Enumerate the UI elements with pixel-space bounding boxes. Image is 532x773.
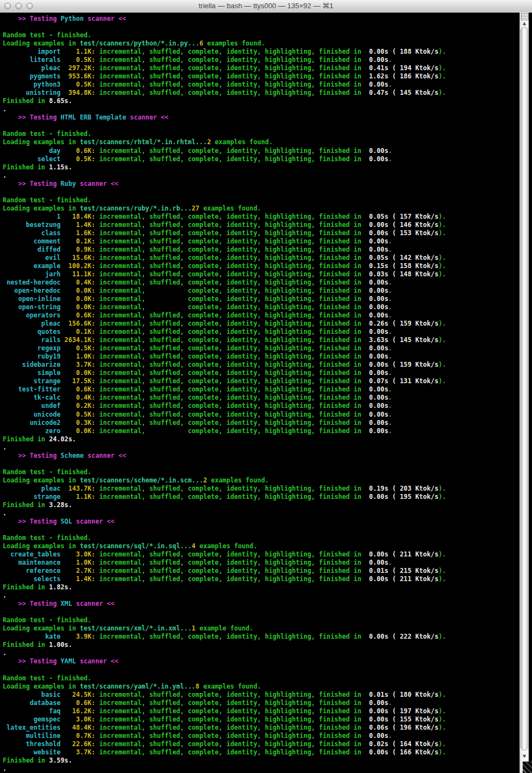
scroll-down-arrow-icon[interactable]: ▼ [520,753,529,760]
text-segment-g: . [388,328,392,336]
text-segment-g: ). [438,262,446,270]
text-segment-c: undef [3,402,61,410]
text-segment-y: 48.4K: [61,724,95,731]
text-segment-g: incremental, shuffled, complete, identit… [95,732,362,740]
terminal-line: >> Testing XML scanner << [3,600,532,608]
text-segment-y: 0.5K: [61,155,95,163]
text-segment-c: nested-heredoc [3,278,61,286]
text-segment-y: 0.9K: [61,246,95,253]
terminal-line: . [3,649,532,657]
terminal-line: jarh 11.1K: incremental, shuffled, compl… [3,270,532,278]
text-segment-g: Random test - finished. [3,616,91,624]
text-segment-m: scanner << [76,180,118,187]
terminal-line: select 0.5K: incremental, shuffled, comp… [3,155,532,163]
text-segment-w: 3.63s [361,336,388,344]
text-segment-g: . [388,385,392,393]
text-segment-y: 4 [192,542,196,550]
text-segment-y: 100.2K: [61,262,95,270]
text-segment-g: examples found. [199,204,261,212]
text-segment-w: ( 131 Ktok/s [388,377,438,385]
text-segment-g: Finished in [3,97,49,105]
text-segment-g: . [388,353,392,360]
text-segment-g: ). [438,213,446,220]
scroll-up-arrow-icon[interactable]: ▲ [520,20,529,27]
text-segment-y: 3.7K: [61,748,95,756]
terminal-line: tk-calc 0.4K: incremental, shuffled, com… [3,394,532,402]
text-segment-c: pleac [3,320,61,327]
text-segment-c: pleac [3,485,61,492]
text-segment-g: . [388,369,392,377]
terminal-line: nested-heredoc 0.4K: incremental, shuffl… [3,278,532,287]
text-segment-c: simple [3,369,61,377]
text-segment-g: ). [438,485,446,492]
text-segment-w: ( 146 Ktok/s [388,221,438,229]
text-segment-c: kate [3,633,61,640]
scrollbar[interactable]: ▲ ▼ [519,13,529,773]
text-segment-g: examples found. [207,476,269,484]
terminal-line: Finished in 1.00s. [3,641,532,649]
text-segment-g: incremental, shuffled, complete, identit… [95,155,362,163]
text-segment-y: 394.8K: [61,89,95,96]
text-segment-g: ). [438,320,446,327]
text-segment-g: Finished in [3,435,49,443]
terminal-line: >> Testing Python scanner << [3,15,532,23]
terminal-line: maintenance 1.0K: incremental, shuffled,… [3,559,532,567]
text-segment-c: open-heredoc [3,287,61,294]
terminal-line: >> Testing Scheme scanner << [3,452,532,460]
text-segment-y: 156.6K: [61,320,95,327]
text-segment-c: besetzung [3,221,61,229]
text-segment-w: 0.06s [361,724,388,731]
text-segment-g: incremental, shuffled, complete, identit… [95,707,362,715]
terminal-line: . [3,172,532,180]
text-segment-w: 0.00s [361,344,388,352]
text-segment-c: comment [3,237,61,245]
text-segment-g: incremental, shuffled, complete, identit… [95,246,362,253]
text-segment-g: incremental, shuffled, complete, identit… [95,699,362,707]
terminal-line: unicode2 0.3K: incremental, shuffled, co… [3,419,532,427]
text-segment-w: ( 157 Ktok/s [388,213,438,220]
terminal-line [3,526,532,534]
text-segment-g: Random test - finished. [3,196,91,204]
text-segment-c: gemspec [3,715,61,723]
resize-grip[interactable] [523,761,532,773]
terminal-line: Loading examples in test/scanners/python… [3,39,532,48]
text-segment-g: incremental, shuffled, complete, identit… [95,419,362,427]
minimize-button[interactable] [15,3,22,9]
text-segment-w: 0.01s [361,567,388,575]
text-segment-w: 0.41s [361,64,388,72]
text-segment-c: jarh [3,270,61,278]
text-segment-y: 6 [199,39,203,47]
terminal-line: latex_entities 48.4K: incremental, shuff… [3,724,532,732]
text-segment-w: ( 164 Ktok/s [388,740,438,748]
text-segment-g: ). [438,748,446,756]
text-segment-w: 0.05s [361,213,388,220]
text-segment-m: >> Testing [3,657,61,665]
text-segment-g: ). [438,89,446,96]
text-segment-g: incremental, shuffled, complete, identit… [95,336,362,344]
text-segment-g: incremental, shuffled, complete, identit… [95,89,362,96]
text-segment-t: test/scanners/ruby/*.in.rb... [80,204,192,212]
text-segment-g: incremental, complete, identity, highlig… [95,287,362,294]
zoom-button[interactable] [26,3,33,9]
terminal-line: strange 1.1K: incremental, shuffled, com… [3,493,532,501]
title-bar[interactable]: triella — bash — ttys000 — 135×92 — ⌘1 [0,0,532,13]
scrollbar-thumb[interactable] [520,27,528,751]
text-segment-w: 0.00s [361,575,388,583]
terminal-screen[interactable]: >> Testing Python scanner <<Random test … [0,13,532,773]
scrollbar-top-button[interactable] [521,13,529,20]
text-segment-w: 0.00s [361,369,388,377]
text-segment-w: 0.00s [361,229,388,237]
window-title: triella — bash — ttys000 — 135×92 — ⌘1 [55,0,477,12]
terminal-line: simple 0.0K: incremental, shuffled, comp… [3,369,532,377]
text-segment-g: . [388,303,392,311]
text-segment-g: examples found. [199,683,261,690]
text-segment-c: SQL [61,518,72,525]
text-segment-g: incremental, shuffled, complete, identit… [95,361,362,368]
terminal-line: Random test - finished. [3,130,532,138]
close-button[interactable] [4,3,11,9]
terminal-line: sidebarize 3.7K: incremental, shuffled, … [3,361,532,369]
text-segment-y: 0.1K: [61,237,95,245]
text-segment-y: 0.0K: [61,303,95,311]
terminal-line: operators 0.6K: incremental, shuffled, c… [3,311,532,320]
text-segment-c: example [3,262,61,270]
